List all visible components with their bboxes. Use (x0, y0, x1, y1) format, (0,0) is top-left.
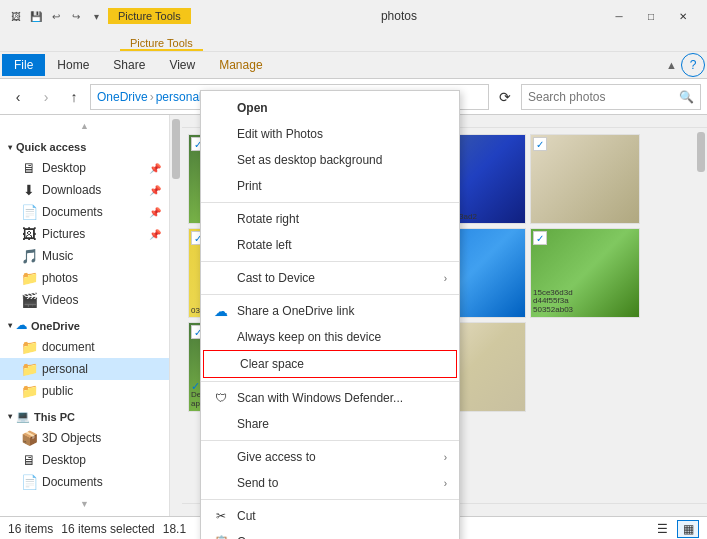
menu-item-send-to[interactable]: Send to › (201, 470, 459, 496)
breadcrumb-sep1: › (150, 90, 154, 104)
help-button[interactable]: ? (681, 53, 705, 77)
sidebar-label-public: public (42, 384, 161, 398)
desktop2-icon: 🖥 (20, 452, 38, 468)
sidebar-scrollbar[interactable] (170, 115, 182, 516)
menu-item-rotate-right[interactable]: Rotate right (201, 206, 459, 232)
cast-arrow-icon: › (444, 273, 447, 284)
search-input[interactable] (528, 90, 679, 104)
main-layout: ▲ ▾ Quick access 🖥 Desktop 📌 ⬇ Downloads… (0, 115, 707, 516)
menu-label-rotate-right: Rotate right (237, 212, 447, 226)
3dobjects-icon: 📦 (20, 430, 38, 446)
title-bar-icons: 🖼 💾 ↩ ↪ ▾ (8, 8, 104, 24)
menu-item-rotate-left[interactable]: Rotate left (201, 232, 459, 258)
search-box[interactable]: 🔍 (521, 84, 701, 110)
open-icon (213, 100, 229, 116)
details-view-button[interactable]: ☰ (651, 520, 673, 538)
refresh-button[interactable]: ⟳ (493, 85, 517, 109)
menu-label-copy: Copy (237, 535, 447, 539)
photo-checkbox[interactable]: ✓ (533, 137, 547, 151)
content-scrollbar[interactable] (695, 128, 707, 503)
title-bar: 🖼 💾 ↩ ↪ ▾ Picture Tools photos ─ □ ✕ (0, 0, 707, 32)
menu-label-print: Print (237, 179, 447, 193)
sidebar-item-3dobjects[interactable]: 📦 3D Objects (0, 427, 169, 449)
undo-icon[interactable]: ↩ (48, 8, 64, 24)
sidebar-item-downloads[interactable]: ⬇ Downloads 📌 (0, 179, 169, 201)
close-button[interactable]: ✕ (667, 2, 699, 30)
tab-view[interactable]: View (157, 54, 207, 76)
redo-icon[interactable]: ↪ (68, 8, 84, 24)
sidebar-section-quick-access[interactable]: ▾ Quick access (0, 137, 169, 157)
share-icon (213, 416, 229, 432)
menu-item-share[interactable]: Share (201, 411, 459, 437)
minimize-button[interactable]: ─ (603, 2, 635, 30)
sidebar-item-music[interactable]: 🎵 Music (0, 245, 169, 267)
give-access-icon (213, 449, 229, 465)
menu-item-cut[interactable]: ✂ Cut (201, 503, 459, 529)
menu-item-cast[interactable]: Cast to Device › (201, 265, 459, 291)
menu-item-share-link[interactable]: ☁ Share a OneDrive link (201, 298, 459, 324)
photo-thumb[interactable]: ✓ 15ce36d3dd44f55f3a50352ab03 (530, 228, 640, 318)
tiles-view-button[interactable]: ▦ (677, 520, 699, 538)
sidebar-item-desktop[interactable]: 🖥 Desktop 📌 (0, 157, 169, 179)
tab-file[interactable]: File (2, 54, 45, 76)
breadcrumb-personal[interactable]: personal (156, 90, 202, 104)
sidebar-item-personal[interactable]: 📁 personal (0, 358, 169, 380)
tab-share[interactable]: Share (101, 54, 157, 76)
maximize-button[interactable]: □ (635, 2, 667, 30)
sidebar-label-downloads: Downloads (42, 183, 145, 197)
menu-item-copy[interactable]: 📋 Copy (201, 529, 459, 539)
sidebar-label-photos: photos (42, 271, 161, 285)
picture-tools-ribbon-label: Picture Tools (120, 37, 203, 51)
always-keep-icon (213, 329, 229, 345)
sidebar-label-documents: Documents (42, 205, 145, 219)
sidebar-item-document[interactable]: 📁 document (0, 336, 169, 358)
downloads-icon: ⬇ (20, 182, 38, 198)
sidebar-scrollbar-thumb[interactable] (172, 119, 180, 179)
thispc-label: This PC (34, 411, 75, 423)
menu-item-always-keep[interactable]: Always keep on this device (201, 324, 459, 350)
back-button[interactable]: ‹ (6, 85, 30, 109)
menu-sep-2 (201, 261, 459, 262)
menu-label-open: Open (237, 101, 447, 115)
tab-home[interactable]: Home (45, 54, 101, 76)
sidebar-item-public[interactable]: 📁 public (0, 380, 169, 402)
content-scrollbar-thumb[interactable] (697, 132, 705, 172)
search-icon: 🔍 (679, 90, 694, 104)
sidebar-item-documents[interactable]: 📄 Documents 📌 (0, 201, 169, 223)
forward-button[interactable]: › (34, 85, 58, 109)
menu-item-open[interactable]: Open (201, 95, 459, 121)
sidebar: ▲ ▾ Quick access 🖥 Desktop 📌 ⬇ Downloads… (0, 115, 170, 516)
desktop-icon: 🖥 (20, 160, 38, 176)
menu-item-scan-defender[interactable]: 🛡 Scan with Windows Defender... (201, 385, 459, 411)
breadcrumb-onedrive[interactable]: OneDrive (97, 90, 148, 104)
sidebar-item-videos[interactable]: 🎬 Videos (0, 289, 169, 311)
sidebar-scroll-down[interactable]: ▼ (0, 497, 169, 511)
sidebar-item-pictures[interactable]: 🖼 Pictures 📌 (0, 223, 169, 245)
item-count: 16 items (8, 522, 53, 536)
up-button[interactable]: ↑ (62, 85, 86, 109)
sidebar-item-desktop2[interactable]: 🖥 Desktop (0, 449, 169, 471)
sidebar-arrow-thispc: ▾ (8, 412, 12, 421)
photo-thumb[interactable]: ✓ (530, 134, 640, 224)
menu-item-print[interactable]: Print (201, 173, 459, 199)
window-controls: ─ □ ✕ (603, 2, 699, 30)
ribbon-expand-icon[interactable]: ▲ (666, 59, 677, 71)
menu-item-give-access[interactable]: Give access to › (201, 444, 459, 470)
sidebar-scroll-up[interactable]: ▲ (0, 119, 169, 133)
photo-checkbox[interactable]: ✓ (533, 231, 547, 245)
pictures-icon: 🖼 (20, 226, 38, 242)
pin-icon-downloads: 📌 (149, 185, 161, 196)
sidebar-item-documents2[interactable]: 📄 Documents (0, 471, 169, 493)
menu-item-edit-photos[interactable]: Edit with Photos (201, 121, 459, 147)
give-access-arrow-icon: › (444, 452, 447, 463)
sidebar-section-thispc[interactable]: ▾ 💻 This PC (0, 406, 169, 427)
sidebar-item-photos[interactable]: 📁 photos (0, 267, 169, 289)
menu-item-desktop-bg[interactable]: Set as desktop background (201, 147, 459, 173)
menu-item-clear-space[interactable]: Clear space (203, 350, 457, 378)
tab-manage[interactable]: Manage (207, 54, 274, 76)
quick-access-icon[interactable]: 💾 (28, 8, 44, 24)
sidebar-label-documents2: Documents (42, 475, 161, 489)
menu-sep-1 (201, 202, 459, 203)
dropdown-icon[interactable]: ▾ (88, 8, 104, 24)
sidebar-section-onedrive[interactable]: ▾ ☁ OneDrive (0, 315, 169, 336)
